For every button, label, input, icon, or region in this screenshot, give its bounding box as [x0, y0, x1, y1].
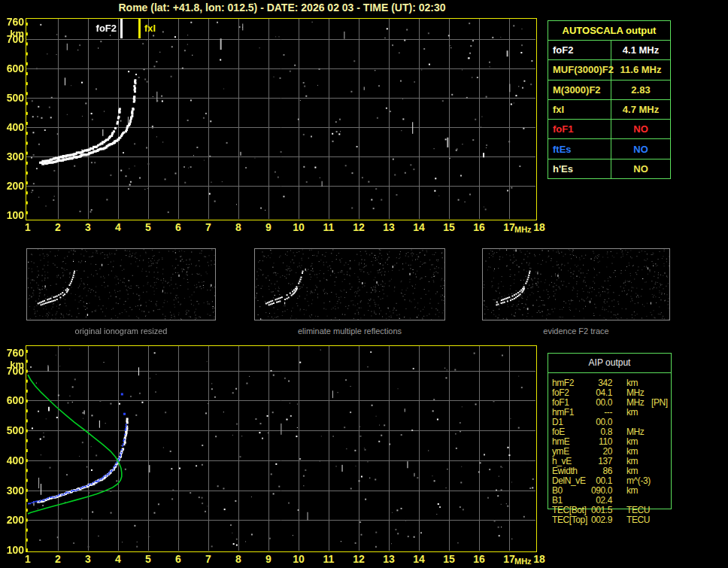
- fxi-marker-label: fxI: [144, 23, 156, 34]
- x-tick-label: 7: [197, 222, 220, 232]
- x-tick-label: 16: [468, 554, 490, 564]
- x-tick-label: 1: [17, 222, 39, 232]
- y-axis-unit-label: km: [1, 360, 24, 370]
- y-tick-label: 300: [1, 151, 24, 162]
- x-tick-label: 7: [197, 554, 220, 564]
- y-tick-label: 600: [1, 395, 24, 405]
- x-tick-label: 5: [137, 222, 159, 232]
- autoscala-row-label: M(3000)F2: [548, 80, 611, 99]
- top-ionogram-plot: foF2fxI: [26, 18, 537, 220]
- autoscala-table-title: AUTOSCALA output: [548, 21, 670, 40]
- y-tick-label: 200: [1, 181, 24, 191]
- y-axis-unit-label: km: [1, 29, 24, 39]
- thumbnail-caption-3: evidence F2 trace: [482, 327, 670, 336]
- x-tick-label: 10: [287, 222, 310, 232]
- x-tick-label: 4: [107, 222, 129, 232]
- x-tick-label: 3: [77, 554, 99, 564]
- aip-row-unit: km: [626, 486, 650, 496]
- x-tick-label: 12: [347, 222, 370, 232]
- aip-row-unit: TECU: [626, 515, 650, 525]
- aip-row-extra: [PN]: [651, 398, 668, 408]
- autoscala-screen: Rome (lat: +41.8, lon: 012.5) - DATE: 20…: [0, 0, 728, 568]
- fof2-marker-line: [120, 19, 123, 38]
- autoscala-row-value: NO: [611, 159, 670, 178]
- autoscala-row-ftes: ftEsNO: [548, 138, 670, 158]
- x-tick-label: 3: [77, 222, 99, 232]
- x-tick-label: 5: [137, 554, 159, 564]
- x-tick-label: 6: [167, 222, 190, 232]
- x-tick-label: 2: [47, 554, 69, 564]
- autoscala-row-fxi: fxI4.7 MHz: [548, 99, 670, 119]
- x-tick-label: 12: [347, 554, 370, 564]
- autoscala-row-label: MUF(3000)F2: [548, 60, 611, 79]
- autoscala-row-m3000f2: M(3000)F22.83: [548, 80, 670, 99]
- thumbnail-caption-1: original ionogram resized: [26, 327, 216, 336]
- x-tick-label: 4: [107, 554, 129, 564]
- x-tick-label: 13: [378, 222, 400, 232]
- x-tick-label: 15: [438, 222, 460, 232]
- autoscala-row-fof1: foF1NO: [548, 119, 670, 138]
- top-ionogram-canvas: [26, 18, 537, 220]
- aip-row-label: TEC[Top]: [548, 515, 587, 525]
- autoscala-row-value: NO: [611, 139, 670, 158]
- thumbnail-panel-3: [482, 248, 670, 320]
- y-tick-label: 500: [1, 93, 24, 103]
- bottom-ionogram-plot: [26, 345, 537, 552]
- bottom-ionogram-canvas: [26, 345, 537, 552]
- x-tick-label: 14: [408, 554, 430, 564]
- autoscala-row-value: 2.83: [611, 80, 670, 99]
- x-tick-label: 11: [317, 222, 340, 232]
- aip-row-tectop: TEC[Top]002.9TECU: [548, 515, 672, 525]
- y-tick-label: 760: [1, 17, 24, 27]
- fxi-marker-line: [138, 19, 141, 38]
- x-tick-label: 2: [47, 222, 69, 232]
- thumbnail-panel-2: [254, 248, 445, 320]
- x-tick-label: 14: [408, 222, 430, 232]
- y-tick-label: 100: [1, 210, 24, 220]
- thumbnail-canvas-1: [27, 249, 215, 320]
- aip-row-value: 002.9: [587, 515, 612, 525]
- autoscala-row-value: NO: [611, 120, 670, 138]
- autoscala-output-table: AUTOSCALA output foF24.1 MHzMUF(3000)F21…: [548, 20, 671, 179]
- y-tick-label: 400: [1, 122, 24, 132]
- autoscala-row-value: 4.1 MHz: [611, 41, 670, 59]
- x-tick-label: 1: [17, 554, 39, 564]
- page-title: Rome (lat: +41.8, lon: 012.5) - DATE: 20…: [11, 2, 554, 14]
- autoscala-row-label: ftEs: [548, 139, 611, 158]
- autoscala-row-value: 11.6 MHz: [611, 60, 670, 79]
- y-tick-label: 500: [1, 425, 24, 436]
- aip-table-rows: hmF2342kmfoF204.1MHzfoF100.0MHz[PN]hmF1-…: [548, 378, 672, 525]
- x-tick-label: 11: [317, 554, 340, 564]
- y-tick-label: 760: [1, 348, 24, 358]
- fof2-marker-label: foF2: [86, 23, 117, 34]
- x-tick-label: 10: [287, 554, 310, 564]
- autoscala-row-muf3000f2: MUF(3000)F211.6 MHz: [548, 59, 670, 79]
- thumbnail-panel-1: [26, 248, 216, 320]
- x-tick-label: 9: [257, 554, 280, 564]
- autoscala-row-label: h'Es: [548, 159, 611, 178]
- autoscala-row-label: fxI: [548, 100, 611, 119]
- autoscala-row-value: 4.7 MHz: [611, 100, 670, 119]
- x-axis-unit-label: MHz: [514, 225, 532, 234]
- y-tick-label: 300: [1, 485, 24, 496]
- x-axis-unit-label: MHz: [514, 557, 532, 566]
- x-tick-label: 8: [227, 554, 250, 564]
- x-tick-label: 8: [227, 222, 250, 232]
- autoscala-row-hes: h'EsNO: [548, 159, 670, 178]
- autoscala-row-fof2: foF24.1 MHz: [548, 40, 670, 59]
- thumbnail-caption-2: eliminate multiple reflections: [254, 327, 445, 336]
- thumbnail-canvas-3: [483, 249, 669, 320]
- thumbnail-canvas-2: [255, 249, 444, 320]
- x-tick-label: 15: [438, 554, 460, 564]
- y-tick-label: 200: [1, 515, 24, 525]
- autoscala-row-label: foF2: [548, 41, 611, 59]
- aip-table-title: AIP output: [548, 354, 671, 373]
- x-tick-label: 13: [378, 554, 400, 564]
- x-tick-label: 9: [257, 222, 280, 232]
- autoscala-row-label: foF1: [548, 120, 611, 138]
- y-tick-label: 400: [1, 455, 24, 466]
- aip-row-unit: km: [626, 408, 650, 418]
- x-tick-label: 6: [167, 554, 190, 564]
- y-tick-label: 600: [1, 63, 24, 74]
- aip-output-table: AIP output hmF2342kmfoF204.1MHzfoF100.0M…: [548, 353, 672, 509]
